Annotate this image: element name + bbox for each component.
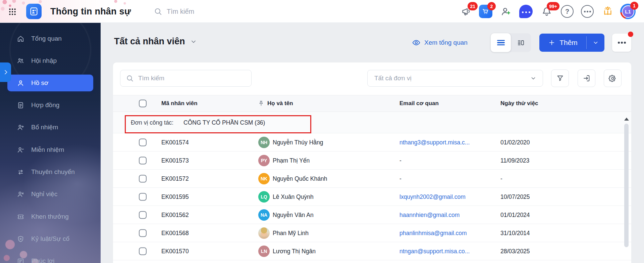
sidebar-item-hoi-nhap[interactable]: Hội nhập <box>7 53 93 69</box>
list-view-button[interactable] <box>491 33 511 52</box>
export-button[interactable] <box>578 70 595 87</box>
notifications-button[interactable]: 99+ <box>540 5 553 18</box>
chat-button[interactable] <box>519 5 533 18</box>
chevron-down-icon <box>592 39 599 46</box>
hr-app-icon[interactable] <box>26 4 42 19</box>
sidebar-item-khen-thuong[interactable]: Khen thưởng <box>7 209 93 225</box>
sidebar-item-label: Miễn nhiệm <box>31 146 64 154</box>
select-all-checkbox[interactable] <box>139 100 147 107</box>
column-header-email[interactable]: Email cơ quan <box>399 100 439 107</box>
table-header: Mã nhân viên Họ và tên Email cơ quan Ngà… <box>113 95 631 112</box>
table-row[interactable]: EK001562 NA Nguyễn Văn An haannhien@gmai… <box>113 206 631 224</box>
employee-email-link[interactable]: haannhien@gmail.com <box>399 211 460 218</box>
ticket-star-icon <box>17 213 24 221</box>
page-title: Thông tin nhân sự <box>50 0 131 23</box>
employee-name[interactable]: Lương Thị Ngân <box>273 248 316 255</box>
employee-email-link[interactable]: nthang3@support.misa.c... <box>399 139 470 146</box>
view-overview-link[interactable]: Xem tổng quan <box>412 38 468 47</box>
probation-date: 01/02/2020 <box>500 139 530 146</box>
view-selector[interactable]: Tất cả nhân viên <box>114 36 197 47</box>
employee-email-link[interactable]: ntngan@support.misa.co... <box>399 248 470 255</box>
row-checkbox[interactable] <box>139 193 147 201</box>
sidebar-item-label: Hợp đồng <box>31 101 59 109</box>
employee-name[interactable]: Phạm Thị Yến <box>273 157 310 164</box>
store-button[interactable]: 2 <box>479 5 492 18</box>
knowledge-button[interactable] <box>601 5 614 18</box>
table-row[interactable]: EK001572 NK Nguyễn Quốc Khánh - - <box>113 170 631 188</box>
sidebar-item-ky-luat[interactable]: Kỷ luật/Sự cố <box>7 231 93 247</box>
column-header-name[interactable]: Họ và tên <box>267 100 293 107</box>
sidebar-item-bo-nhiem[interactable]: Bổ nhiệm <box>7 119 93 135</box>
lamp-book-icon <box>602 6 613 17</box>
split-view-button[interactable] <box>511 33 531 52</box>
employee-code: EK001572 <box>161 175 189 182</box>
help-button[interactable]: ? <box>560 5 574 18</box>
employee-code: EK001573 <box>161 157 189 164</box>
search-icon <box>154 7 162 16</box>
column-header-probation[interactable]: Ngày thử việc <box>500 100 538 107</box>
avatar: NH <box>258 137 270 148</box>
search-icon <box>126 74 134 82</box>
table-row[interactable]: EK001595 LQ Lê Xuân Quỳnh lxquynh2002@gm… <box>113 188 631 206</box>
employee-email-link[interactable]: phanlinhmisa@gmail.com <box>399 229 467 236</box>
main-content: Tất cả nhân viên Xem tổng quan <box>101 23 644 263</box>
employee-email-link[interactable]: - <box>399 175 401 182</box>
person-icon <box>17 79 24 87</box>
employee-name[interactable]: Phan Mỹ Linh <box>273 229 309 236</box>
table-row[interactable]: EK001574 NH Nguyễn Thúy Hằng nthang3@sup… <box>113 133 631 151</box>
announcements-button[interactable]: 21 <box>460 5 473 18</box>
employee-name[interactable]: Nguyễn Thúy Hằng <box>273 139 323 146</box>
row-checkbox[interactable] <box>139 229 147 237</box>
settings-button[interactable] <box>604 70 622 87</box>
app-launcher-icon[interactable] <box>8 7 17 16</box>
table-search-input[interactable]: Tìm kiếm <box>120 70 252 87</box>
row-checkbox[interactable] <box>139 211 147 219</box>
sidebar-expand-toggle[interactable] <box>0 62 11 82</box>
employee-name[interactable]: Lê Xuân Quỳnh <box>273 193 314 200</box>
person-plus-icon <box>17 124 24 131</box>
employee-badge-icon <box>29 6 39 16</box>
column-header-code[interactable]: Mã nhân viên <box>161 100 198 107</box>
table-row[interactable]: EK001570 LN Lương Thị Ngân ntngan@suppor… <box>113 242 631 260</box>
add-dropdown-button[interactable] <box>587 34 604 52</box>
pin-icon[interactable] <box>258 100 264 107</box>
avatar: NK <box>258 173 270 184</box>
unit-filter-select[interactable]: Tất cả đơn vị <box>367 70 543 87</box>
view-title: Tất cả nhân viên <box>114 36 185 47</box>
sidebar-item-ho-so[interactable]: Hồ sơ <box>7 75 93 91</box>
more-actions-button[interactable] <box>612 34 631 52</box>
employee-email-link[interactable]: lxquynh2002@gmail.com <box>399 193 466 200</box>
group-row-unit[interactable]: Đơn vị công tác: CÔNG TY CỔ PHẦN CSM (36… <box>113 112 631 133</box>
more-apps-button[interactable] <box>581 5 594 18</box>
user-avatar[interactable]: L1 1 <box>620 4 636 19</box>
vertical-scrollbar[interactable] <box>624 124 629 247</box>
employee-name[interactable]: Nguyễn Quốc Khánh <box>273 175 327 182</box>
avatar: LQ <box>258 191 270 203</box>
row-checkbox[interactable] <box>139 138 147 146</box>
funnel-icon <box>556 74 564 82</box>
sidebar-item-thuyen-chuyen[interactable]: Thuyên chuyển <box>7 164 93 180</box>
ellipsis-circle-icon <box>581 5 594 18</box>
add-employee-button[interactable]: Thêm <box>539 34 586 52</box>
sidebar-item-hop-dong[interactable]: Hợp đồng <box>7 97 93 113</box>
row-checkbox[interactable] <box>139 175 147 182</box>
person-minus-icon <box>17 146 24 154</box>
global-search[interactable]: Tìm kiếm <box>154 0 194 23</box>
employee-name[interactable]: Nguyễn Văn An <box>273 211 314 218</box>
employee-email-link[interactable]: - <box>399 157 401 164</box>
scroll-up-arrow[interactable] <box>624 118 629 121</box>
filter-button[interactable] <box>551 70 569 87</box>
table-row[interactable]: EK001573 PY Phạm Thị Yến - 11/09/2023 <box>113 151 631 170</box>
avatar: LN <box>258 246 270 257</box>
sidebar-item-phuc-loi[interactable]: Phúc lợi <box>7 253 93 263</box>
notifications-badge: 99+ <box>547 2 559 10</box>
row-checkbox[interactable] <box>139 247 147 255</box>
probation-date: 31/10/2014 <box>500 229 530 236</box>
row-checkbox[interactable] <box>139 157 147 164</box>
invite-user-button[interactable] <box>499 5 513 18</box>
sidebar-item-tong-quan[interactable]: Tổng quan <box>7 31 93 47</box>
sidebar-item-mien-nhiem[interactable]: Miễn nhiệm <box>7 142 93 158</box>
sidebar-item-label: Hồ sơ <box>31 79 49 87</box>
table-row[interactable]: EK001568 Phan Mỹ Linh phanlinhmisa@gmail… <box>113 224 631 242</box>
sidebar-item-nghi-viec[interactable]: Nghỉ việc <box>7 186 93 202</box>
